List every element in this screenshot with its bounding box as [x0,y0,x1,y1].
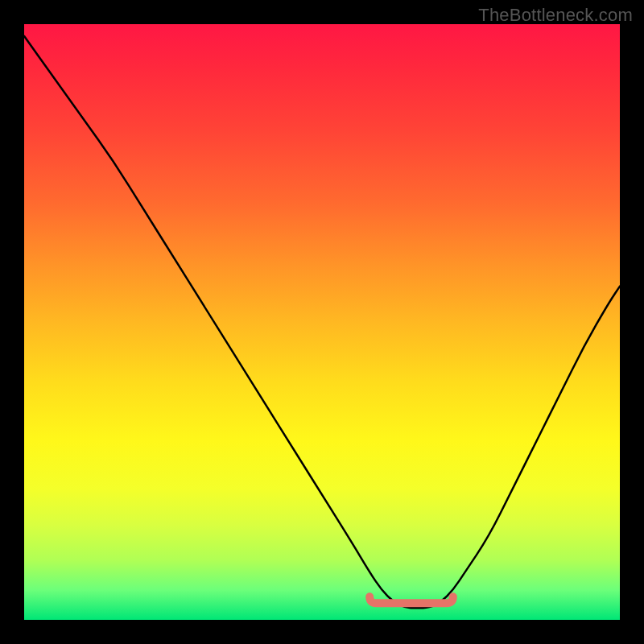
gradient-plot-area [24,24,620,620]
bottleneck-curve [24,36,620,608]
curve-overlay [24,24,620,620]
optimal-zone-marker [369,597,453,603]
attribution-text: TheBottleneck.com [478,5,633,26]
chart-stage: TheBottleneck.com [0,0,644,644]
